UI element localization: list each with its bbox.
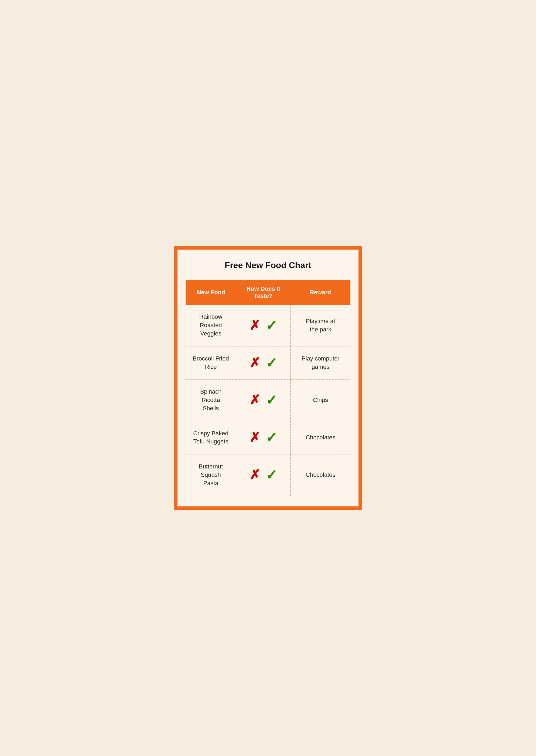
table-row: Crispy BakedTofu Nuggets✗✓Chocolates xyxy=(186,421,350,455)
page-title: Free New Food Chart xyxy=(185,260,351,270)
food-name: Spinach RicottaShells xyxy=(200,388,222,412)
table-row: Rainbow RoastedVeggies✗✓Playtime atthe p… xyxy=(186,304,350,346)
food-name: Rainbow RoastedVeggies xyxy=(199,313,222,337)
table-header-row: New Food How Does It Taste? Reward xyxy=(186,280,350,304)
page-wrapper: Free New Food Chart New Food How Does It… xyxy=(174,246,362,510)
food-name: Crispy BakedTofu Nuggets xyxy=(193,430,228,445)
taste-cell: ✗✓ xyxy=(236,454,291,495)
table-row: Spinach RicottaShells✗✓Chips xyxy=(186,379,350,421)
col-header-taste: How Does It Taste? xyxy=(236,280,291,304)
chart-table: New Food How Does It Taste? Reward Rainb… xyxy=(185,280,351,495)
reward-cell: Chips xyxy=(291,379,350,421)
taste-cell: ✗✓ xyxy=(236,379,291,421)
taste-cell: ✗✓ xyxy=(236,304,291,346)
check-icon: ✓ xyxy=(266,430,278,445)
reward-name: Chips xyxy=(313,396,328,403)
check-icon: ✓ xyxy=(266,393,278,407)
food-name-cell: Broccoli FriedRice xyxy=(186,346,236,380)
x-icon: ✗ xyxy=(250,319,260,332)
taste-cell: ✗✓ xyxy=(236,346,291,380)
food-name-cell: Rainbow RoastedVeggies xyxy=(186,304,236,346)
food-name: Butternut SquashPasta xyxy=(199,463,223,487)
reward-name: Chocolates xyxy=(306,434,335,441)
reward-cell: Chocolates xyxy=(291,421,350,455)
col-header-new-food: New Food xyxy=(186,280,236,304)
food-name: Broccoli FriedRice xyxy=(192,355,229,370)
reward-cell: Play computer games xyxy=(291,346,350,380)
food-name-cell: Spinach RicottaShells xyxy=(186,379,236,421)
reward-name: Play computer games xyxy=(302,355,340,370)
x-icon: ✗ xyxy=(250,357,260,369)
check-icon: ✓ xyxy=(266,319,278,332)
food-name-cell: Crispy BakedTofu Nuggets xyxy=(186,421,236,455)
reward-name: Playtime atthe park xyxy=(306,318,335,333)
taste-cell: ✗✓ xyxy=(236,421,291,455)
col-header-reward: Reward xyxy=(291,280,350,304)
reward-cell: Chocolates xyxy=(291,454,350,495)
reward-cell: Playtime atthe park xyxy=(291,304,350,346)
food-name-cell: Butternut SquashPasta xyxy=(186,454,236,495)
reward-name: Chocolates xyxy=(306,471,335,478)
check-icon: ✓ xyxy=(266,356,278,370)
table-row: Butternut SquashPasta✗✓Chocolates xyxy=(186,454,350,495)
x-icon: ✗ xyxy=(250,468,260,481)
check-icon: ✓ xyxy=(266,468,278,482)
x-icon: ✗ xyxy=(250,394,260,407)
x-icon: ✗ xyxy=(250,431,260,444)
table-row: Broccoli FriedRice✗✓Play computer games xyxy=(186,346,350,380)
